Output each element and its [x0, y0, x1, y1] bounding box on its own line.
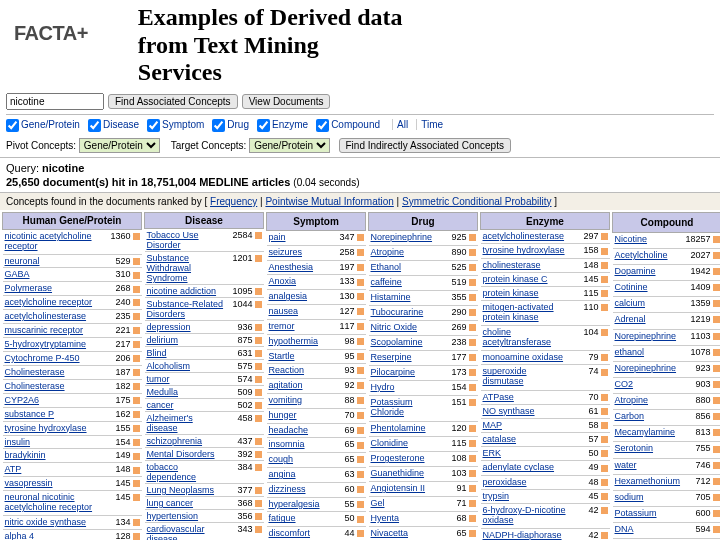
- concept-link[interactable]: tremor: [267, 319, 336, 334]
- concept-link[interactable]: CO2: [613, 377, 684, 393]
- checkbox-enzyme[interactable]: [257, 119, 270, 132]
- checkbox-compound[interactable]: [316, 119, 329, 132]
- pivot-select[interactable]: Gene/Protein: [79, 138, 160, 153]
- concept-link[interactable]: hyperalgesia: [267, 497, 336, 512]
- concept-link[interactable]: Clonidine: [369, 437, 445, 452]
- concept-link[interactable]: adenylate cyclase: [481, 461, 571, 475]
- concept-link[interactable]: insomnia: [267, 438, 336, 453]
- concept-link[interactable]: Nicotine: [613, 232, 684, 248]
- concept-link[interactable]: dizziness: [267, 482, 336, 497]
- concept-link[interactable]: Reaction: [267, 364, 336, 379]
- concept-link[interactable]: tyrosine hydroxylase: [481, 244, 571, 258]
- concept-link[interactable]: vomiting: [267, 393, 336, 408]
- concept-link[interactable]: Nivacetta: [369, 526, 445, 540]
- concept-link[interactable]: Serotonin: [613, 442, 684, 458]
- concept-link[interactable]: 5-hydroxytryptamine: [3, 338, 100, 352]
- concept-link[interactable]: Pilocarpine: [369, 365, 445, 380]
- concept-link[interactable]: CYP2A6: [3, 393, 100, 407]
- filter-disease[interactable]: Disease: [88, 119, 139, 130]
- concept-link[interactable]: depression: [145, 320, 228, 333]
- concept-link[interactable]: Tubocurarine: [369, 305, 445, 320]
- concept-link[interactable]: Hyenta: [369, 511, 445, 526]
- checkbox-symptom[interactable]: [147, 119, 160, 132]
- concept-link[interactable]: Polymerase: [3, 282, 100, 296]
- concept-link[interactable]: acetylcholine receptor: [3, 296, 100, 310]
- concept-link[interactable]: angina: [267, 468, 336, 483]
- filter-geneprotein[interactable]: Gene/Protein: [6, 119, 80, 130]
- concept-link[interactable]: GABA: [3, 268, 100, 282]
- concept-link[interactable]: Anoxia: [267, 275, 336, 290]
- target-select[interactable]: Gene/Protein: [249, 138, 330, 153]
- concept-link[interactable]: tumor: [145, 372, 228, 385]
- indirect-button[interactable]: Find Indirectly Associated Concepts: [339, 138, 511, 153]
- filter-compound[interactable]: Compound: [316, 119, 380, 130]
- concept-link[interactable]: schizophrenia: [145, 434, 228, 447]
- concept-link[interactable]: Hydro: [369, 380, 445, 395]
- concept-link[interactable]: headache: [267, 423, 336, 438]
- concept-link[interactable]: Cholinesterase: [3, 379, 100, 393]
- concept-link[interactable]: peroxidase: [481, 475, 571, 489]
- concept-link[interactable]: Norepinephrine: [613, 329, 684, 345]
- concept-link[interactable]: trypsin: [481, 489, 571, 503]
- view-documents-button[interactable]: View Documents: [242, 94, 331, 109]
- concept-link[interactable]: mitogen-activated protein kinase: [481, 301, 571, 326]
- concept-link[interactable]: NO synthase: [481, 404, 571, 418]
- concept-link[interactable]: neuronal: [3, 254, 100, 268]
- concept-link[interactable]: Angiotensin II: [369, 481, 445, 496]
- concept-link[interactable]: muscarinic receptor: [3, 324, 100, 338]
- concept-link[interactable]: Ethanol: [369, 261, 445, 276]
- concept-link[interactable]: calcium: [613, 297, 684, 313]
- concept-link[interactable]: lung cancer: [145, 496, 228, 509]
- concept-link[interactable]: cough: [267, 453, 336, 468]
- concept-link[interactable]: 6-hydroxy-D-nicotine oxidase: [481, 503, 571, 528]
- concept-link[interactable]: hypertension: [145, 509, 228, 522]
- concept-link[interactable]: caffeine: [369, 276, 445, 291]
- concept-link[interactable]: Substance Withdrawal Syndrome: [145, 251, 228, 284]
- concept-link[interactable]: agitation: [267, 379, 336, 394]
- concept-link[interactable]: Alzheimer's disease: [145, 411, 228, 434]
- concept-link[interactable]: ATPase: [481, 390, 571, 404]
- concept-link[interactable]: Potassium Chloride: [369, 395, 445, 421]
- concept-link[interactable]: nicotine addiction: [145, 284, 228, 297]
- concept-link[interactable]: Nitric Oxide: [369, 320, 445, 335]
- concept-link[interactable]: Scopolamine: [369, 335, 445, 350]
- concept-link[interactable]: Medulla: [145, 385, 228, 398]
- concept-link[interactable]: Blind: [145, 346, 228, 359]
- concept-link[interactable]: Atropine: [369, 246, 445, 261]
- concept-link[interactable]: vasopressin: [3, 477, 100, 491]
- concept-link[interactable]: Cytochrome P-450: [3, 352, 100, 366]
- concept-link[interactable]: tyrosine hydroxylase: [3, 421, 100, 435]
- concept-link[interactable]: ethanol: [613, 345, 684, 361]
- concept-link[interactable]: protein kinase: [481, 286, 571, 300]
- concept-link[interactable]: hunger: [267, 408, 336, 423]
- concept-link[interactable]: DNA: [613, 523, 684, 539]
- filter-symptom[interactable]: Symptom: [147, 119, 204, 130]
- concept-link[interactable]: superoxide dismutase: [481, 365, 571, 390]
- concept-link[interactable]: sodium: [613, 490, 684, 506]
- search-input[interactable]: [6, 93, 104, 110]
- concept-link[interactable]: Progesterone: [369, 452, 445, 467]
- concept-link[interactable]: alpha 4: [3, 529, 100, 540]
- concept-link[interactable]: cholinesterase: [481, 258, 571, 272]
- rank-scp[interactable]: Symmetric Conditional Probability: [402, 196, 552, 207]
- concept-link[interactable]: MAP: [481, 418, 571, 432]
- concept-link[interactable]: catalase: [481, 433, 571, 447]
- concept-link[interactable]: hypothermia: [267, 334, 336, 349]
- concept-link[interactable]: Lung Neoplasms: [145, 483, 228, 496]
- concept-link[interactable]: discomfort: [267, 527, 336, 540]
- concept-link[interactable]: Histamine: [369, 291, 445, 306]
- concept-link[interactable]: cancer: [145, 398, 228, 411]
- concept-link[interactable]: Acetylcholine: [613, 248, 684, 264]
- concept-link[interactable]: Carbon: [613, 410, 684, 426]
- checkbox-drug[interactable]: [212, 119, 225, 132]
- checkbox-geneprotein[interactable]: [6, 119, 19, 132]
- concept-link[interactable]: fatigue: [267, 512, 336, 527]
- concept-link[interactable]: Hexamethonium: [613, 474, 684, 490]
- concept-link[interactable]: neuronal nicotinic acetylcholine recepto…: [3, 491, 100, 516]
- concept-link[interactable]: Gel: [369, 496, 445, 511]
- rank-pmi[interactable]: Pointwise Mutual Information: [265, 196, 393, 207]
- concept-link[interactable]: nitric oxide synthase: [3, 515, 100, 529]
- concept-link[interactable]: delirium: [145, 333, 228, 346]
- concept-link[interactable]: Mecamylamine: [613, 426, 684, 442]
- concept-link[interactable]: cardiovascular disease: [145, 522, 228, 540]
